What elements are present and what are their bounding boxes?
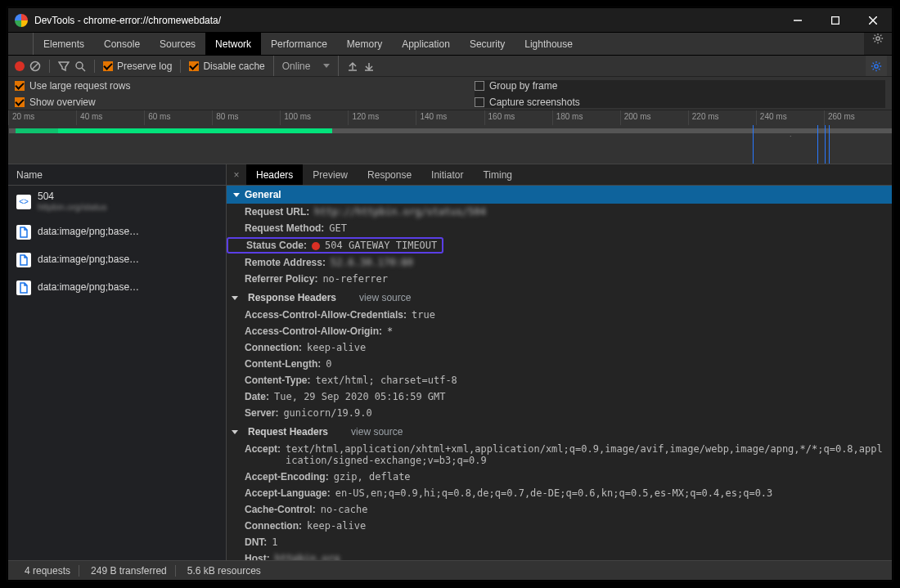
network-settings-icon[interactable] (866, 56, 887, 76)
clear-icon[interactable] (29, 61, 41, 72)
header-key: Content-Length (245, 358, 321, 370)
detail-tab-timing[interactable]: Timing (473, 164, 522, 185)
request-row[interactable]: data:image/png;base… (8, 218, 226, 246)
upload-har-icon[interactable] (347, 61, 358, 72)
request-headers-section[interactable]: Request Headers view source (227, 421, 892, 441)
request-method-row: Request Method GET (227, 220, 892, 236)
timeline-tick: 100 ms (280, 110, 348, 125)
view-source-link[interactable]: view source (359, 292, 411, 303)
detail-tab-preview[interactable]: Preview (303, 164, 358, 185)
timeline-overview[interactable]: 20 ms40 ms60 ms80 ms100 ms120 ms140 ms16… (8, 110, 892, 164)
header-value: 1 (272, 536, 277, 548)
header-value: no-cache (321, 504, 368, 515)
header-row: Connectionkeep-alive (227, 518, 892, 534)
group-by-frame-checkbox[interactable]: Group by frame (475, 80, 885, 92)
header-value: keep-alive (307, 520, 366, 532)
request-row[interactable]: data:image/png;base… (8, 246, 226, 274)
request-row[interactable]: data:image/png;base… (8, 274, 226, 302)
response-headers-section[interactable]: Response Headers view source (227, 287, 892, 307)
header-row: Connectionkeep-alive (227, 339, 892, 356)
capture-screenshots-checkbox[interactable]: Capture screenshots (475, 97, 885, 108)
tab-console[interactable]: Console (94, 33, 150, 55)
detail-tab-headers[interactable]: Headers (246, 164, 303, 185)
status-error-dot-icon (312, 242, 320, 250)
show-overview-checkbox[interactable]: Show overview (15, 97, 425, 108)
file-icon (16, 225, 31, 240)
tab-lighthouse[interactable]: Lighthouse (515, 33, 583, 55)
tab-memory[interactable]: Memory (337, 33, 392, 55)
tab-sources[interactable]: Sources (150, 33, 205, 55)
header-value: true (412, 309, 435, 321)
header-key: Date (245, 391, 269, 402)
request-list-header[interactable]: Name (8, 164, 226, 186)
large-rows-checkbox[interactable]: Use large request rows (15, 80, 425, 92)
disable-cache-checkbox[interactable]: Disable cache (189, 61, 264, 72)
status-resources: 5.6 kB resources (179, 565, 269, 577)
header-row: DateTue, 29 Sep 2020 05:16:59 GMT (227, 388, 892, 405)
header-key: Accept (245, 443, 281, 466)
throttling-select[interactable]: Online (273, 56, 340, 76)
header-key: Connection (245, 342, 302, 353)
request-row[interactable]: <>504httpbin.org/status (8, 186, 226, 218)
main-panel: Name <>504httpbin.org/statusdata:image/p… (8, 164, 892, 560)
chevron-down-icon (232, 296, 238, 300)
header-value: keep-alive (307, 342, 366, 353)
status-bar: 4 requests 249 B transferred 5.6 kB reso… (8, 560, 892, 580)
timeline-tick: 220 ms (688, 110, 756, 125)
tab-performance[interactable]: Performance (261, 33, 337, 55)
request-name: data:image/png;base… (38, 226, 139, 237)
settings-gear-icon[interactable] (872, 33, 884, 47)
timeline-tick: 60 ms (144, 110, 212, 125)
tab-network[interactable]: Network (205, 33, 261, 55)
tab-application[interactable]: Application (392, 33, 460, 55)
header-row: Content-Length0 (227, 356, 892, 372)
request-name: data:image/png;base… (38, 254, 139, 265)
header-row: Hosthttpbin.org (227, 550, 892, 560)
status-requests: 4 requests (16, 565, 79, 577)
panel-tabs: ElementsConsoleSourcesNetworkPerformance… (8, 33, 892, 56)
detail-tab-response[interactable]: Response (358, 164, 421, 185)
header-value: * (387, 325, 393, 337)
header-key: Connection (245, 520, 302, 532)
referrer-policy-row: Referrer Policy no-referrer (227, 271, 892, 287)
header-value: httpbin.org (275, 553, 340, 560)
chevron-down-icon (233, 193, 240, 197)
download-har-icon[interactable] (363, 61, 375, 72)
detail-tab-initiator[interactable]: Initiator (421, 164, 473, 185)
header-row: Access-Control-Allow-Credentialstrue (227, 307, 892, 323)
network-options: Use large request rows Show overview Gro… (8, 77, 892, 110)
close-detail-icon[interactable]: × (227, 164, 246, 185)
timeline-tick: 260 ms (824, 110, 892, 125)
file-icon (16, 253, 31, 267)
preserve-log-checkbox[interactable]: Preserve log (103, 61, 172, 72)
record-button[interactable] (15, 61, 25, 71)
tab-security[interactable]: Security (460, 33, 515, 55)
timeline-tick: 20 ms (8, 110, 76, 125)
timeline-tick: 240 ms (756, 110, 824, 125)
header-row: Accept-Languageen-US,en;q=0.9,hi;q=0.8,d… (227, 485, 892, 501)
devtools-window: DevTools - chrome-error://chromewebdata/… (7, 7, 893, 581)
header-row: DNT1 (227, 534, 892, 550)
header-row: Cache-Controlno-cache (227, 501, 892, 518)
timeline-tick: 160 ms (484, 110, 552, 125)
chevron-down-icon (323, 64, 330, 68)
window-close-button[interactable] (854, 8, 892, 33)
tab-elements[interactable]: Elements (34, 33, 94, 55)
header-key: Host (245, 553, 270, 560)
window-minimize-button[interactable] (779, 8, 817, 33)
filter-icon[interactable] (58, 61, 70, 72)
request-name: data:image/png;base… (38, 281, 139, 293)
request-detail-pane: × HeadersPreviewResponseInitiatorTiming … (227, 164, 892, 560)
request-list-pane: Name <>504httpbin.org/statusdata:image/p… (8, 164, 227, 560)
request-name: 504 (38, 191, 106, 202)
timeline-tick: 40 ms (76, 110, 144, 125)
view-source-link[interactable]: view source (351, 426, 403, 438)
request-url-row: Request URL http://httpbin.org/status/50… (227, 204, 892, 220)
header-value: Tue, 29 Sep 2020 05:16:59 GMT (274, 391, 446, 402)
general-section-header[interactable]: General (227, 186, 892, 204)
svg-point-12 (875, 64, 878, 67)
header-key: Content-Type (245, 375, 310, 386)
header-key: Accept-Encoding (245, 471, 329, 483)
window-maximize-button[interactable] (817, 8, 854, 33)
search-icon[interactable] (74, 61, 86, 72)
